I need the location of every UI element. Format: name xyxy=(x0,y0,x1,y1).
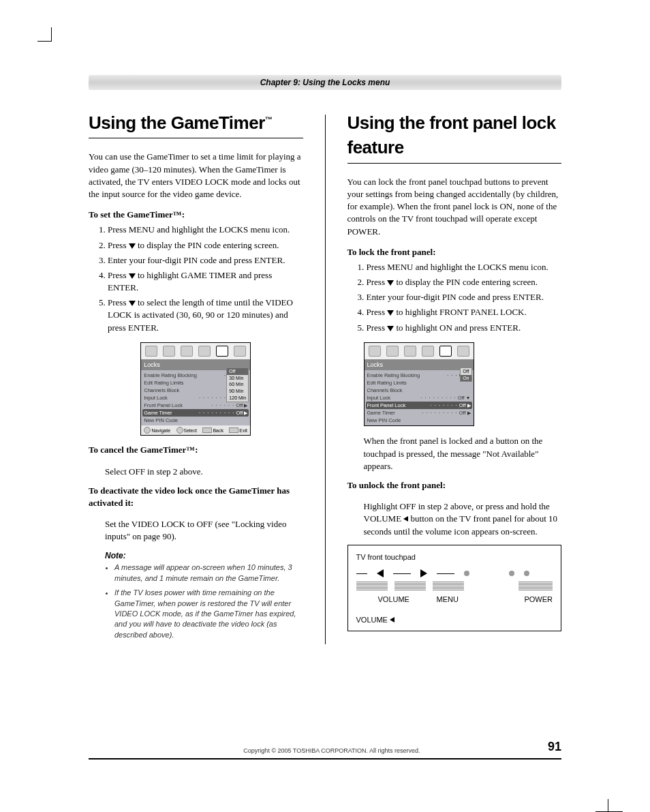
osd-dots: · · · · · · · · · xyxy=(422,410,457,417)
step-item: Press to select the length of time until… xyxy=(108,297,303,334)
label-text: VOLUME xyxy=(356,616,390,624)
osd-tab-icon xyxy=(163,346,175,357)
indented-paragraph: Set the VIDEO LOCK to OFF (see "Locking … xyxy=(105,518,303,543)
nav-button-icon xyxy=(229,427,238,433)
page-number: 91 xyxy=(548,740,561,754)
bar-group xyxy=(433,582,464,590)
osd-tab-icon-selected xyxy=(216,346,228,357)
chapter-heading: Chapter 9: Using the Locks menu xyxy=(89,75,561,90)
osd-label: Front Panel Lock xyxy=(367,402,429,410)
left-arrow-icon xyxy=(377,569,384,577)
osd-tab-icon xyxy=(404,346,416,357)
page-content: Chapter 9: Using the Locks menu Using th… xyxy=(0,0,650,787)
indented-paragraph: When the front panel is locked and a but… xyxy=(364,435,562,472)
down-arrow-icon xyxy=(129,273,136,279)
down-arrow-icon xyxy=(387,280,394,286)
dot-icon xyxy=(524,571,529,576)
osd-row: New PIN Code xyxy=(366,417,472,424)
osd-title: Locks xyxy=(365,359,474,371)
step-text: Press xyxy=(367,322,388,333)
trademark-symbol: ™ xyxy=(265,115,273,123)
step-text: Press xyxy=(367,307,388,317)
step-text: to highlight ON and press ENTER. xyxy=(394,322,521,333)
osd-dots: · · · · · · · · · xyxy=(199,410,234,417)
step-text: Press xyxy=(108,240,129,250)
osd-popup-item: Off xyxy=(461,368,471,375)
osd-tab-icons xyxy=(365,343,474,359)
osd-popup-item: 90 Min xyxy=(227,388,248,395)
registration-marks xyxy=(595,799,623,812)
osd-label: Edit Rating Limits xyxy=(367,380,471,387)
osd-tab-icon xyxy=(234,346,246,357)
spacer xyxy=(471,582,512,590)
osd-row-selected: Game Timer· · · · · · · · ·Off▶ xyxy=(142,409,249,417)
section-heading: Using the GameTimer™ xyxy=(89,110,303,135)
step-text: to display the PIN code entering screen. xyxy=(136,240,279,250)
step-item: Press to highlight FRONT PANEL LOCK. xyxy=(367,306,562,318)
nav-label: Select xyxy=(184,427,197,434)
osd-dots: · · · xyxy=(447,372,457,380)
label-volume: VOLUME xyxy=(356,595,418,605)
subheading: To lock the front panel: xyxy=(347,246,562,258)
intro-paragraph: You can lock the front panel touchpad bu… xyxy=(347,176,562,238)
nav-button-icon xyxy=(144,427,151,434)
osd-popup: Off 30 Min 60 Min 90 Min 120 Min xyxy=(226,367,249,402)
section-heading: Using the front panel lock feature xyxy=(347,110,562,160)
copyright-text: Copyright © 2005 TOSHIBA CORPORATION. Al… xyxy=(116,747,548,754)
osd-popup-item: 120 Min xyxy=(227,395,248,402)
subheading: To cancel the GameTimer™: xyxy=(89,444,303,456)
osd-label: Enable Rating Blocking xyxy=(367,372,446,380)
step-text: to select the length of time until the V… xyxy=(108,297,293,332)
down-arrow-icon xyxy=(387,326,394,331)
osd-tab-icon-selected xyxy=(439,346,452,357)
step-item: Press to display the PIN code entering s… xyxy=(367,276,562,288)
right-arrow-icon: ▶ xyxy=(467,410,471,417)
step-item: Enter your four-digit PIN code and press… xyxy=(367,291,562,303)
footer-rule xyxy=(89,758,561,760)
indented-paragraph: Select OFF in step 2 above. xyxy=(105,466,303,478)
osd-popup-item-selected: Off xyxy=(227,368,248,375)
diagram-line xyxy=(393,573,411,574)
osd-label: Enable Rating Blocking xyxy=(144,372,223,380)
osd-value: Off xyxy=(236,410,243,417)
osd-label: Input Lock xyxy=(144,395,198,402)
step-item: Press to display the PIN code entering s… xyxy=(108,239,303,252)
osd-row: Channels Block xyxy=(366,387,472,394)
osd-value: Off xyxy=(236,402,243,410)
osd-screenshot: Locks Enable Rating Blocking· · ·Off▶ Ed… xyxy=(140,342,251,436)
diagram-controls-row xyxy=(356,569,553,577)
osd-popup-item: 60 Min xyxy=(227,381,248,388)
subheading: To deactivate the video lock once the Ga… xyxy=(89,485,303,509)
osd-label: New PIN Code xyxy=(144,417,247,425)
diagram-line xyxy=(356,573,367,574)
diagram-title: TV front touchpad xyxy=(356,552,553,562)
osd-dots: · · · · · · xyxy=(211,402,234,410)
osd-label: Game Timer xyxy=(144,410,198,417)
indented-paragraph: Highlight OFF in step 2 above, or press … xyxy=(364,500,562,538)
note-list: A message will appear on-screen when 10 … xyxy=(105,562,303,640)
osd-label: Front Panel Lock xyxy=(144,402,210,410)
right-arrow-icon: ▶ xyxy=(244,410,247,417)
bar-group xyxy=(394,582,426,590)
osd-row: Game Timer· · · · · · · · ·Off▶ xyxy=(366,409,472,417)
osd-value: Off xyxy=(458,395,465,402)
osd-tab-icon xyxy=(457,346,469,357)
note-item: If the TV loses power with time remainin… xyxy=(114,588,303,640)
step-text: to highlight FRONT PANEL LOCK. xyxy=(394,307,527,317)
column-divider xyxy=(325,115,326,644)
osd-row: Front Panel Lock· · · · · ·Off▶ xyxy=(142,402,249,409)
step-text: Press xyxy=(108,297,129,307)
diagram-bars xyxy=(356,582,553,590)
right-arrow-icon xyxy=(420,569,427,577)
left-arrow-icon xyxy=(390,617,394,622)
osd-popup-item: 30 Min xyxy=(227,375,248,382)
osd-tab-icons xyxy=(141,343,250,359)
subheading: To set the GameTimer™: xyxy=(89,209,303,221)
osd-nav-item: Exit xyxy=(229,427,247,434)
left-column: Using the GameTimer™ You can use the Gam… xyxy=(89,110,303,644)
osd-row: New PIN Code xyxy=(142,417,249,424)
osd-row-selected: Front Panel Lock· · · · · · ·Off▶ xyxy=(366,402,472,409)
nav-label: Navigate xyxy=(151,427,170,434)
nav-button-icon xyxy=(202,427,212,433)
osd-row: Enable Rating Blocking· · ·Off▶ xyxy=(366,372,472,379)
